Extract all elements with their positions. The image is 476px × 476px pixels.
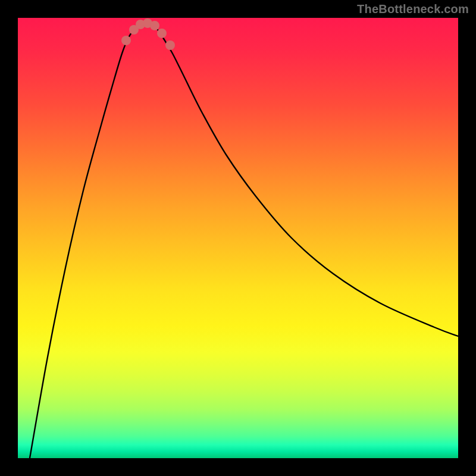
plot-area xyxy=(18,18,458,458)
bottleneck-curve xyxy=(30,24,458,458)
minimum-marker-dot xyxy=(165,40,175,50)
watermark-text: TheBottleneck.com xyxy=(357,2,469,16)
chart-frame: TheBottleneck.com xyxy=(0,0,476,476)
minimum-marker-dot xyxy=(157,29,167,38)
minimum-marker-dot xyxy=(121,36,131,45)
minimum-marker-dot xyxy=(150,21,159,30)
curve-layer xyxy=(18,18,458,458)
minimum-marker-cluster xyxy=(121,18,175,50)
